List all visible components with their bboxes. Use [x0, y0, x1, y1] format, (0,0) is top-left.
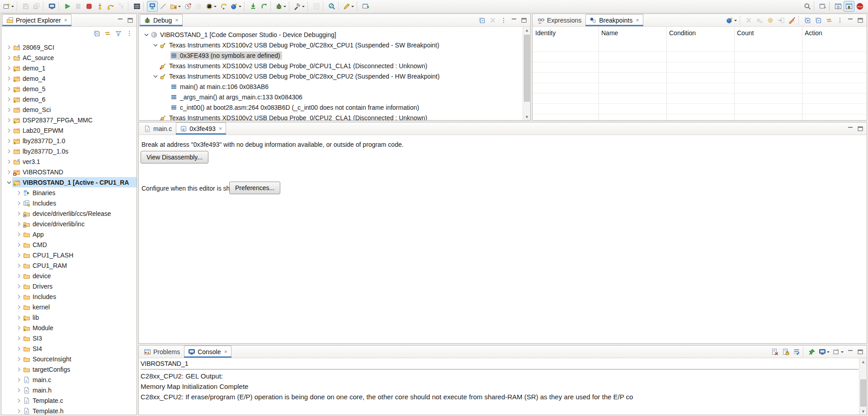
chevron-right-icon[interactable] — [15, 262, 23, 269]
link-with-editor-button[interactable] — [102, 28, 113, 39]
project-tree-item[interactable]: Includes — [1, 291, 137, 302]
chevron-right-icon[interactable] — [15, 210, 23, 217]
chevron-down-icon[interactable] — [142, 31, 151, 38]
maximize-button[interactable] — [855, 124, 865, 134]
chevron-right-icon[interactable] — [5, 168, 13, 176]
highlight-pen-button[interactable] — [342, 1, 356, 12]
project-tree-item[interactable]: ccsdemo_4 — [1, 73, 137, 84]
dropdown-icon[interactable] — [239, 6, 241, 9]
chevron-right-icon[interactable] — [15, 345, 23, 352]
chevron-right-icon[interactable] — [15, 407, 23, 415]
chevron-right-icon[interactable] — [15, 387, 23, 394]
debug-tree-item[interactable]: _args_main() at args_main.c:133 0x084306 — [139, 92, 522, 102]
close-icon[interactable]: × — [175, 17, 179, 23]
display-selected-console-button[interactable] — [817, 346, 831, 357]
chevron-right-icon[interactable] — [15, 241, 23, 248]
chevron-right-icon[interactable] — [15, 355, 23, 363]
chevron-right-icon[interactable] — [5, 44, 13, 51]
project-tree-item[interactable]: CMD — [1, 239, 137, 250]
project-tree-item[interactable]: .cTemplate.c — [1, 395, 137, 406]
project-tree-item[interactable]: .hmain.h — [1, 385, 137, 395]
project-tree-item[interactable]: ccsdemo_5 — [1, 84, 137, 94]
debug-tree-item[interactable]: Texas Instruments XDS100v2 USB Debug Pro… — [139, 112, 522, 120]
word-wrap-button[interactable] — [791, 346, 802, 357]
step-over-button[interactable] — [105, 1, 116, 12]
project-tree-item[interactable]: ccslby28377D_1.0s — [1, 146, 137, 156]
chevron-right-icon[interactable] — [15, 366, 23, 373]
run-free-button[interactable] — [158, 1, 169, 12]
dropdown-icon[interactable] — [827, 351, 830, 354]
edit-perspective-button[interactable] — [833, 1, 844, 12]
minimize-button[interactable] — [845, 347, 855, 357]
tab-project-explorer[interactable]: Project Explorer × — [2, 14, 71, 26]
maximize-button[interactable] — [519, 15, 529, 25]
chevron-right-icon[interactable] — [5, 85, 13, 93]
chevron-right-icon[interactable] — [5, 65, 13, 72]
new-target-configuration-button[interactable] — [229, 1, 243, 12]
project-tree-item[interactable]: Drivers — [1, 281, 137, 291]
view-menu-button[interactable] — [124, 28, 135, 39]
simple-mode-button[interactable]: Simple — [854, 1, 865, 12]
clear-console-button[interactable] — [769, 346, 780, 357]
tab-0x3fe493[interactable]: c 0x3fe493 × — [176, 122, 226, 135]
chevron-right-icon[interactable] — [5, 117, 13, 124]
project-tree-item[interactable]: ccsLab20_EPWM — [1, 125, 137, 136]
remove-all-breakpoints-button[interactable] — [754, 15, 765, 26]
restart-button[interactable] — [248, 1, 259, 12]
step-return-button[interactable] — [116, 1, 127, 12]
chevron-down-icon[interactable] — [151, 42, 160, 49]
profile-clock-off-button[interactable] — [193, 1, 204, 12]
project-tree-item[interactable]: SI4 — [1, 343, 137, 354]
view-menu-button[interactable] — [835, 15, 845, 26]
dropdown-icon[interactable] — [178, 6, 181, 9]
column-divider[interactable] — [666, 27, 667, 120]
save-button[interactable] — [20, 1, 31, 12]
project-tree-item[interactable]: device/driverlib/ccs/Release — [1, 208, 137, 219]
dropdown-icon[interactable] — [283, 6, 286, 9]
project-tree-item[interactable]: CPU1_FLASH — [1, 250, 137, 260]
chevron-right-icon[interactable] — [5, 127, 13, 134]
new-window-button[interactable] — [360, 1, 371, 12]
profile-clock-button[interactable] — [183, 1, 193, 12]
column-divider[interactable] — [599, 27, 599, 120]
chevron-down-icon[interactable] — [5, 179, 13, 186]
new-breakpoint-button[interactable] — [725, 15, 739, 26]
dropdown-icon[interactable] — [11, 6, 14, 9]
terminate-button[interactable] — [84, 1, 94, 12]
open-search-button[interactable] — [326, 1, 337, 12]
chevron-right-icon[interactable] — [5, 106, 13, 113]
new-logfile-button[interactable] — [311, 1, 322, 12]
scrollbar-thumb[interactable] — [860, 379, 866, 407]
debug-tree-item[interactable]: 0x3FE493 (no symbols are defined) — [139, 50, 522, 61]
project-tree-item[interactable]: ccsdemo_Sci — [1, 104, 137, 115]
chevron-right-icon[interactable] — [15, 314, 23, 321]
chevron-right-icon[interactable] — [5, 75, 13, 82]
remove-all-terminated-button[interactable] — [487, 15, 498, 26]
project-tree-item[interactable]: ccsdemo_1 — [1, 63, 137, 73]
scrollbar-thumb[interactable] — [524, 35, 530, 102]
debug-perspective-button[interactable] — [844, 1, 854, 12]
close-icon[interactable]: × — [64, 17, 68, 23]
tab-debug[interactable]: Debug × — [140, 14, 183, 26]
link-with-debug-button[interactable] — [824, 15, 835, 26]
project-tree-item[interactable]: lib — [1, 312, 137, 323]
chevron-right-icon[interactable] — [15, 220, 23, 228]
chevron-right-icon[interactable] — [15, 283, 23, 290]
debug-console-button[interactable] — [47, 1, 57, 12]
debug-tree-item[interactable]: Texas Instruments XDS100v2 USB Debug Pro… — [139, 71, 522, 81]
collapse-all-button[interactable] — [91, 28, 102, 39]
quick-search-button[interactable] — [802, 1, 813, 12]
build-button[interactable] — [292, 1, 307, 12]
project-tree-item[interactable]: C28069_SCI — [1, 42, 137, 52]
chevron-right-icon[interactable] — [15, 324, 23, 332]
chevron-right-icon[interactable] — [5, 158, 13, 165]
dropdown-icon[interactable] — [302, 6, 305, 9]
connect-target-button[interactable] — [147, 1, 158, 12]
tab-breakpoints[interactable]: Breakpoints × — [585, 14, 643, 26]
collapse-all-button[interactable] — [476, 15, 487, 26]
project-tree-item[interactable]: ccsdemo_6 — [1, 94, 137, 104]
chevron-right-icon[interactable] — [5, 148, 13, 155]
column-header-condition[interactable]: Condition — [669, 29, 696, 37]
scroll-down-icon[interactable]: ▼ — [523, 113, 531, 120]
refresh-button[interactable] — [259, 1, 269, 12]
